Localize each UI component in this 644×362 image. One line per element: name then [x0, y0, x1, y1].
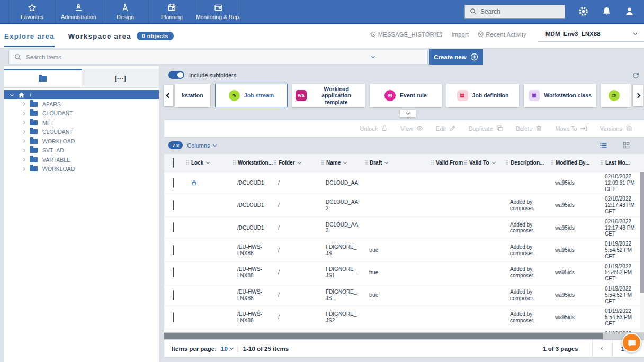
row-checkbox[interactable] — [173, 178, 174, 188]
tree-item[interactable]: WORKLOAD — [4, 165, 159, 174]
column-header[interactable]: Name — [321, 160, 365, 166]
table-row[interactable]: /EU-HWS-LNX88 / FDIGNORE_JS true Added b… — [164, 239, 644, 261]
cell-description: Added by composer. — [506, 197, 551, 213]
top-nav-tab[interactable]: Monitoring & Rep... — [195, 0, 241, 23]
drag-handle-icon[interactable] — [601, 160, 603, 165]
column-header[interactable]: Draft — [365, 160, 431, 166]
search-filter-chevron-icon[interactable] — [371, 55, 375, 58]
top-nav-tab[interactable]: Planning — [148, 0, 195, 23]
table-row[interactable]: /DCLOUD1 / DCLOUD_AA2 Added by composer.… — [164, 194, 644, 216]
cards-scroll-left-button[interactable] — [164, 85, 173, 106]
tree-item[interactable]: CLOUDANT — [4, 109, 159, 119]
table-row[interactable]: /DCLOUD1 / DCLOUD_AA3 Added by composer.… — [164, 217, 644, 239]
sort-chevron-icon[interactable] — [384, 160, 388, 164]
column-header[interactable]: Folder — [274, 160, 321, 166]
toolbar-action[interactable]: Unlock — [360, 125, 388, 132]
chat-button[interactable] — [622, 333, 641, 352]
row-checkbox[interactable] — [173, 222, 174, 232]
row-checkbox[interactable] — [173, 267, 174, 277]
tab-explore-area[interactable]: Explore area — [4, 32, 55, 40]
drag-handle-icon[interactable] — [431, 160, 434, 165]
environment-select[interactable]: MDM_Env3_LNX88 — [538, 26, 644, 42]
column-header[interactable]: Lock — [186, 160, 233, 166]
object-type-card[interactable]: ∿ Job stream — [215, 84, 288, 107]
table-horizontal-scrollbar[interactable] — [164, 332, 644, 340]
toolbar-action[interactable]: Versions — [600, 125, 632, 132]
cards-scroll-right-button[interactable] — [633, 85, 643, 106]
column-header[interactable]: Workstation... — [233, 160, 274, 166]
table-row[interactable]: /EU-HWS-LNX88 / FDIGNORE_JS2 Added by co… — [164, 306, 644, 329]
table-row[interactable]: /DCLOUD1 / DCLOUD_AA wa95ids 02/10/2022 … — [164, 172, 644, 194]
toolbar-action[interactable]: Edit — [436, 125, 456, 132]
tree-item[interactable]: WORKLOAD — [4, 137, 159, 146]
toolbar-action[interactable]: Delete — [516, 125, 543, 132]
sort-chevron-icon[interactable] — [492, 160, 496, 164]
drag-handle-icon[interactable] — [186, 160, 189, 165]
top-nav-tab[interactable]: Administration — [55, 0, 102, 23]
sort-chevron-icon[interactable] — [298, 160, 301, 164]
message-history-link[interactable]: MESSAGE_HISTORY — [370, 31, 443, 38]
drag-handle-icon[interactable] — [464, 160, 467, 165]
columns-dropdown[interactable]: Columns — [187, 142, 216, 149]
drag-handle-icon[interactable] — [233, 160, 236, 165]
object-type-card[interactable]: ◎ Event rule — [370, 84, 442, 107]
row-checkbox[interactable] — [173, 200, 174, 210]
column-header[interactable]: Last Mo... — [601, 160, 644, 166]
collapse-cards-button[interactable] — [400, 110, 416, 117]
object-type-card[interactable]: kstation — [175, 84, 210, 107]
create-new-button[interactable]: Create new — [429, 49, 483, 65]
row-checkbox[interactable] — [173, 290, 174, 300]
drag-handle-icon[interactable] — [365, 160, 368, 165]
top-nav-tab[interactable]: Design — [102, 0, 148, 23]
row-checkbox[interactable] — [173, 312, 174, 322]
drag-handle-icon[interactable] — [506, 160, 508, 165]
object-type-card[interactable]: ▣ Workstation class — [524, 84, 596, 107]
import-link[interactable]: Import — [451, 31, 469, 38]
table-row[interactable]: /EU-HWS-LNX88 / FDIGNORE_JS... true Adde… — [164, 284, 644, 306]
tab-folder-view[interactable] — [4, 69, 82, 87]
drag-handle-icon[interactable] — [274, 160, 276, 165]
tree-item[interactable]: VARTABLE — [4, 155, 159, 165]
sort-chevron-icon[interactable] — [206, 160, 210, 164]
toolbar-action[interactable]: Duplicate — [469, 125, 503, 132]
search-items-input[interactable]: Search items — [8, 50, 428, 64]
refresh-icon[interactable] — [632, 71, 640, 79]
toolbar-action[interactable]: Move To — [555, 125, 587, 132]
table-vertical-scrollbar[interactable] — [640, 154, 644, 332]
top-nav-tab[interactable]: Favorites — [8, 0, 55, 23]
grid-view-icon[interactable] — [622, 141, 630, 149]
global-search-input[interactable]: Search — [464, 5, 565, 19]
row-checkbox[interactable] — [173, 245, 174, 255]
column-header[interactable]: Valid To — [464, 160, 506, 166]
toolbar-action[interactable]: View — [400, 125, 423, 132]
drag-handle-icon[interactable] — [551, 160, 553, 165]
drag-handle-icon[interactable] — [321, 160, 324, 165]
sort-chevron-icon[interactable] — [343, 160, 347, 164]
include-subfolders-toggle[interactable] — [168, 71, 184, 79]
object-type-card[interactable]: @ — [601, 84, 631, 107]
tree-item[interactable]: APARS — [4, 99, 159, 109]
bell-icon[interactable] — [602, 6, 612, 16]
scrollbar-thumb[interactable] — [164, 333, 603, 339]
tree-item[interactable]: SVT_AD — [4, 146, 159, 156]
select-all-checkbox[interactable] — [173, 158, 174, 168]
page-size-select[interactable]: 10 — [221, 346, 233, 352]
column-header[interactable]: Valid From — [431, 160, 464, 166]
object-type-card[interactable]: ▤ Job definition — [446, 84, 519, 107]
tab-workspace-area[interactable]: Workspace area 0 objects — [68, 32, 174, 40]
tree-root-item[interactable]: / — [4, 90, 159, 99]
tab-ellipsis-view[interactable]: [···] — [82, 69, 159, 87]
cell-valid-from — [431, 182, 464, 185]
tree-item[interactable]: CLOUDANT — [4, 128, 159, 137]
user-icon[interactable] — [624, 6, 634, 16]
gear-icon[interactable] — [578, 6, 589, 17]
tree-item[interactable]: MFT — [4, 118, 159, 128]
table-row[interactable]: /EU-HWS-LNX88 / FDIGNORE_JS1 true Added … — [164, 262, 644, 284]
list-view-icon[interactable] — [600, 141, 607, 149]
object-type-card[interactable]: wa Workload application template — [292, 84, 365, 107]
column-header[interactable]: Modified By... — [551, 160, 601, 166]
previous-page-button[interactable] — [592, 340, 612, 357]
scrollbar-thumb[interactable] — [640, 172, 644, 293]
recent-activity-link[interactable]: Recent Activity — [477, 31, 526, 38]
column-header[interactable]: Description... — [506, 160, 551, 166]
